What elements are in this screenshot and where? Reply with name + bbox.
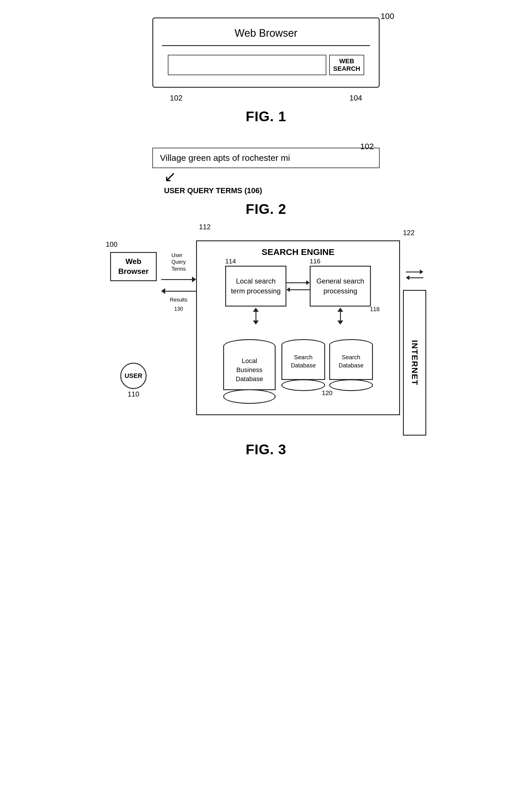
search-db1-container: SearchDatabase [281, 339, 325, 386]
user-query-terms-label: UserQueryTerms [171, 252, 186, 272]
fig3-left: 100 WebBrowser USER 110 [106, 252, 161, 398]
web-browser-label-fig3: WebBrowser [118, 257, 149, 276]
arrow-annotation-fig2: ↙ USER QUERY TERMS (106) [164, 169, 262, 195]
page-container: 100 Web Browser WEBSEARCH 102 104 FIG. 1… [91, 12, 441, 457]
ref-120-fig3: 120 [322, 389, 333, 397]
ref-102-fig1: 102 [170, 94, 182, 102]
search-db1-label: SearchDatabase [281, 353, 325, 370]
arrow-to-local [286, 287, 310, 292]
general-processing-box: General search processing [310, 266, 371, 307]
general-vert-arrow: 118 [310, 307, 371, 325]
ref-100-fig3: 100 [106, 240, 117, 248]
ref-118-fig3: 118 [370, 306, 380, 313]
right-arrow-query [161, 276, 196, 282]
fig3-container: 100 WebBrowser USER 110 UserQueryTerms [91, 234, 441, 457]
ref-102-fig2: 102 [360, 142, 374, 151]
user-label-fig3: USER [124, 372, 142, 380]
arrow-from-internet [406, 275, 423, 280]
local-processing-label: Local search term processing [230, 276, 281, 296]
results-label-fig3: Results [170, 297, 187, 303]
ref-130-fig3: 130 [174, 306, 183, 312]
search-engine-box-fig3: SEARCH ENGINE 114 Local search term proc… [196, 240, 400, 415]
ref-100-fig1: 100 [381, 12, 394, 21]
internet-box-fig3: INTERNET [403, 290, 426, 436]
fig2-inner: Village green apts of rochester mi ↙ USE… [152, 148, 380, 195]
search-db-row: SearchDatabase SearchDatabase [281, 339, 373, 386]
web-browser-box-fig3: WebBrowser [110, 252, 157, 281]
user-circle-fig3: USER [120, 363, 147, 389]
arrow-to-internet [406, 270, 423, 274]
query-box-fig2: Village green apts of rochester mi [152, 148, 380, 168]
search-db2-container: SearchDatabase [329, 339, 373, 386]
ref-122-fig3: 122 [403, 229, 415, 237]
web-browser-inner-fig1: WEBSEARCH [162, 52, 370, 78]
horiz-double-arrows [286, 280, 310, 292]
fig3-title: FIG. 3 [246, 441, 286, 457]
fig3-diagram: 100 WebBrowser USER 110 UserQueryTerms [106, 234, 426, 436]
se-db-row: LocalBusinessDatabase [203, 339, 393, 398]
search-input-box-fig1[interactable] [168, 55, 326, 75]
general-processing-label: General search processing [315, 276, 366, 296]
fig2-title: FIG. 2 [246, 201, 286, 217]
vert-arrows-row: 118 [203, 307, 393, 325]
left-arrow-results [161, 288, 196, 294]
ref-116-fig3: 116 [310, 258, 321, 265]
cyl-bottom-sm2 [329, 379, 373, 391]
cyl-bottom-sm1 [281, 379, 325, 391]
internet-label-fig3: INTERNET [410, 340, 419, 386]
general-proc-wrapper: 116 General search processing [310, 266, 371, 307]
ref-110-fig3: 110 [128, 390, 139, 398]
local-business-db-cylinder: LocalBusinessDatabase [223, 339, 276, 398]
mid-arrows-col: UserQueryTerms Results 130 [161, 252, 196, 312]
arrow-to-general [286, 280, 310, 285]
ref-114-fig3: 114 [225, 258, 236, 265]
se-processing-row: 114 Local search term processing [203, 266, 393, 307]
local-proc-wrapper: 114 Local search term processing [225, 266, 286, 307]
web-browser-title-fig1: Web Browser [162, 24, 370, 46]
search-db2-cylinder: SearchDatabase [329, 339, 373, 386]
local-vert-arrow [225, 307, 286, 325]
local-processing-box: Local search term processing [225, 266, 286, 307]
internet-wrapper: 122 INTERNET [403, 240, 426, 436]
fig1-title: FIG. 1 [246, 108, 286, 125]
search-engine-title-fig3: SEARCH ENGINE [203, 247, 393, 257]
cyl-bottom-local [223, 389, 276, 404]
fig1-annotations: 102 104 [152, 94, 380, 102]
user-query-label-fig2: USER QUERY TERMS (106) [164, 186, 262, 195]
web-search-button-fig1[interactable]: WEBSEARCH [329, 55, 364, 75]
web-browser-box-fig1: Web Browser WEBSEARCH [152, 17, 380, 88]
search-db-group: SearchDatabase SearchDatabase [281, 339, 373, 397]
search-db2-label: SearchDatabase [329, 353, 373, 370]
ref-104-fig1: 104 [350, 94, 362, 102]
local-db-container: LocalBusinessDatabase [223, 339, 276, 398]
ref-112-fig3: 112 [199, 223, 211, 231]
fig1-container: 100 Web Browser WEBSEARCH 102 104 FIG. 1 [91, 12, 441, 125]
se-wrapper: 112 SEARCH ENGINE 114 Local search term … [196, 234, 400, 415]
local-db-label: LocalBusinessDatabase [223, 357, 276, 384]
search-db1-cylinder: SearchDatabase [281, 339, 325, 386]
fig2-container: 102 Village green apts of rochester mi ↙… [91, 142, 441, 217]
